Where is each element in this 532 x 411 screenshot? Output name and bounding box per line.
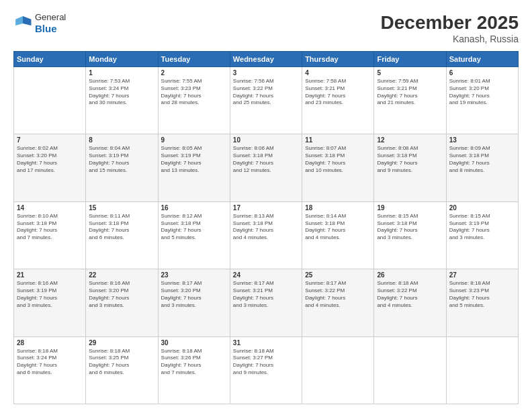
day-number: 18 <box>305 204 371 212</box>
day-number: 9 <box>161 136 227 144</box>
calendar-cell <box>302 336 374 404</box>
day-number: 15 <box>89 204 154 212</box>
col-header-thursday: Thursday <box>302 52 374 67</box>
col-header-wednesday: Wednesday <box>230 52 302 67</box>
col-header-saturday: Saturday <box>446 52 518 67</box>
day-number: 29 <box>89 339 154 347</box>
calendar-cell: 19Sunrise: 8:15 AM Sunset: 3:18 PM Dayli… <box>374 201 446 269</box>
day-number: 14 <box>17 204 83 212</box>
week-row-5: 28Sunrise: 8:18 AM Sunset: 3:24 PM Dayli… <box>14 336 519 404</box>
day-number: 24 <box>233 271 299 279</box>
calendar-cell: 3Sunrise: 7:56 AM Sunset: 3:22 PM Daylig… <box>230 67 302 134</box>
day-info: Sunrise: 8:12 AM Sunset: 3:18 PM Dayligh… <box>161 213 227 242</box>
col-header-tuesday: Tuesday <box>158 52 230 67</box>
calendar-cell: 23Sunrise: 8:17 AM Sunset: 3:20 PM Dayli… <box>158 269 230 336</box>
day-number: 28 <box>17 339 83 347</box>
week-row-3: 14Sunrise: 8:10 AM Sunset: 3:18 PM Dayli… <box>14 201 519 269</box>
calendar-cell: 6Sunrise: 8:01 AM Sunset: 3:20 PM Daylig… <box>446 67 518 134</box>
day-info: Sunrise: 8:17 AM Sunset: 3:21 PM Dayligh… <box>233 280 299 309</box>
day-info: Sunrise: 8:04 AM Sunset: 3:19 PM Dayligh… <box>89 145 154 174</box>
day-info: Sunrise: 8:16 AM Sunset: 3:19 PM Dayligh… <box>17 280 83 309</box>
calendar-cell: 22Sunrise: 8:16 AM Sunset: 3:20 PM Dayli… <box>86 269 158 336</box>
day-info: Sunrise: 8:10 AM Sunset: 3:18 PM Dayligh… <box>17 213 83 242</box>
day-info: Sunrise: 8:17 AM Sunset: 3:22 PM Dayligh… <box>305 280 371 309</box>
day-info: Sunrise: 8:01 AM Sunset: 3:20 PM Dayligh… <box>449 78 515 107</box>
header: General Blue December 2025 Kanash, Russi… <box>13 12 519 44</box>
day-number: 26 <box>377 271 443 279</box>
day-number: 22 <box>89 271 154 279</box>
day-number: 16 <box>161 204 227 212</box>
calendar-cell: 2Sunrise: 7:55 AM Sunset: 3:23 PM Daylig… <box>158 67 230 134</box>
day-info: Sunrise: 7:55 AM Sunset: 3:23 PM Dayligh… <box>161 78 227 107</box>
day-info: Sunrise: 8:08 AM Sunset: 3:18 PM Dayligh… <box>377 145 443 174</box>
day-info: Sunrise: 8:06 AM Sunset: 3:18 PM Dayligh… <box>233 145 299 174</box>
day-number: 8 <box>89 136 154 144</box>
logo-icon <box>13 14 32 33</box>
day-number: 12 <box>377 136 443 144</box>
day-info: Sunrise: 7:58 AM Sunset: 3:21 PM Dayligh… <box>305 78 371 107</box>
day-number: 23 <box>161 271 227 279</box>
svg-marker-2 <box>15 16 23 26</box>
day-number: 2 <box>161 69 227 77</box>
calendar-cell <box>374 336 446 404</box>
day-number: 10 <box>233 136 299 144</box>
day-info: Sunrise: 8:15 AM Sunset: 3:18 PM Dayligh… <box>377 213 443 242</box>
calendar-cell: 26Sunrise: 8:18 AM Sunset: 3:22 PM Dayli… <box>374 269 446 336</box>
day-number: 21 <box>17 271 83 279</box>
day-number: 4 <box>305 69 371 77</box>
calendar-subtitle: Kanash, Russia <box>381 34 519 44</box>
header-row: SundayMondayTuesdayWednesdayThursdayFrid… <box>14 52 519 67</box>
day-info: Sunrise: 7:53 AM Sunset: 3:24 PM Dayligh… <box>89 78 154 107</box>
calendar-cell: 11Sunrise: 8:07 AM Sunset: 3:18 PM Dayli… <box>302 134 374 201</box>
calendar-cell: 20Sunrise: 8:15 AM Sunset: 3:19 PM Dayli… <box>446 201 518 269</box>
calendar-cell: 31Sunrise: 8:18 AM Sunset: 3:27 PM Dayli… <box>230 336 302 404</box>
calendar-cell: 4Sunrise: 7:58 AM Sunset: 3:21 PM Daylig… <box>302 67 374 134</box>
calendar-cell: 7Sunrise: 8:02 AM Sunset: 3:20 PM Daylig… <box>14 134 86 201</box>
day-number: 27 <box>449 271 515 279</box>
day-info: Sunrise: 8:18 AM Sunset: 3:23 PM Dayligh… <box>449 280 515 309</box>
calendar-cell: 30Sunrise: 8:18 AM Sunset: 3:26 PM Dayli… <box>158 336 230 404</box>
day-number: 11 <box>305 136 371 144</box>
calendar-cell: 10Sunrise: 8:06 AM Sunset: 3:18 PM Dayli… <box>230 134 302 201</box>
calendar-cell: 1Sunrise: 7:53 AM Sunset: 3:24 PM Daylig… <box>86 67 158 134</box>
day-number: 3 <box>233 69 299 77</box>
calendar-cell: 28Sunrise: 8:18 AM Sunset: 3:24 PM Dayli… <box>14 336 86 404</box>
logo-general: General <box>35 12 66 23</box>
day-info: Sunrise: 8:05 AM Sunset: 3:19 PM Dayligh… <box>161 145 227 174</box>
calendar-cell <box>14 67 86 134</box>
calendar-cell: 21Sunrise: 8:16 AM Sunset: 3:19 PM Dayli… <box>14 269 86 336</box>
day-info: Sunrise: 8:18 AM Sunset: 3:24 PM Dayligh… <box>17 348 83 377</box>
day-info: Sunrise: 8:11 AM Sunset: 3:18 PM Dayligh… <box>89 213 154 242</box>
calendar-cell: 12Sunrise: 8:08 AM Sunset: 3:18 PM Dayli… <box>374 134 446 201</box>
page: General Blue December 2025 Kanash, Russi… <box>0 0 532 411</box>
logo: General Blue <box>13 12 66 35</box>
calendar-cell: 27Sunrise: 8:18 AM Sunset: 3:23 PM Dayli… <box>446 269 518 336</box>
week-row-4: 21Sunrise: 8:16 AM Sunset: 3:19 PM Dayli… <box>14 269 519 336</box>
day-info: Sunrise: 8:09 AM Sunset: 3:18 PM Dayligh… <box>449 145 515 174</box>
calendar-cell: 5Sunrise: 7:59 AM Sunset: 3:21 PM Daylig… <box>374 67 446 134</box>
day-info: Sunrise: 8:07 AM Sunset: 3:18 PM Dayligh… <box>305 145 371 174</box>
day-number: 30 <box>161 339 227 347</box>
col-header-friday: Friday <box>374 52 446 67</box>
col-header-monday: Monday <box>86 52 158 67</box>
calendar-title: December 2025 <box>381 12 519 34</box>
day-number: 25 <box>305 271 371 279</box>
week-row-1: 1Sunrise: 7:53 AM Sunset: 3:24 PM Daylig… <box>14 67 519 134</box>
calendar-cell: 13Sunrise: 8:09 AM Sunset: 3:18 PM Dayli… <box>446 134 518 201</box>
day-info: Sunrise: 8:18 AM Sunset: 3:27 PM Dayligh… <box>233 348 299 377</box>
calendar-cell: 14Sunrise: 8:10 AM Sunset: 3:18 PM Dayli… <box>14 201 86 269</box>
day-number: 7 <box>17 136 83 144</box>
title-block: December 2025 Kanash, Russia <box>381 12 519 44</box>
svg-marker-1 <box>23 16 31 26</box>
week-row-2: 7Sunrise: 8:02 AM Sunset: 3:20 PM Daylig… <box>14 134 519 201</box>
day-number: 6 <box>449 69 515 77</box>
calendar-cell: 15Sunrise: 8:11 AM Sunset: 3:18 PM Dayli… <box>86 201 158 269</box>
day-info: Sunrise: 8:18 AM Sunset: 3:25 PM Dayligh… <box>89 348 154 377</box>
calendar-cell: 18Sunrise: 8:14 AM Sunset: 3:18 PM Dayli… <box>302 201 374 269</box>
day-info: Sunrise: 8:18 AM Sunset: 3:26 PM Dayligh… <box>161 348 227 377</box>
day-info: Sunrise: 8:14 AM Sunset: 3:18 PM Dayligh… <box>305 213 371 242</box>
calendar-cell: 17Sunrise: 8:13 AM Sunset: 3:18 PM Dayli… <box>230 201 302 269</box>
day-number: 20 <box>449 204 515 212</box>
day-info: Sunrise: 8:18 AM Sunset: 3:22 PM Dayligh… <box>377 280 443 309</box>
calendar-cell <box>446 336 518 404</box>
